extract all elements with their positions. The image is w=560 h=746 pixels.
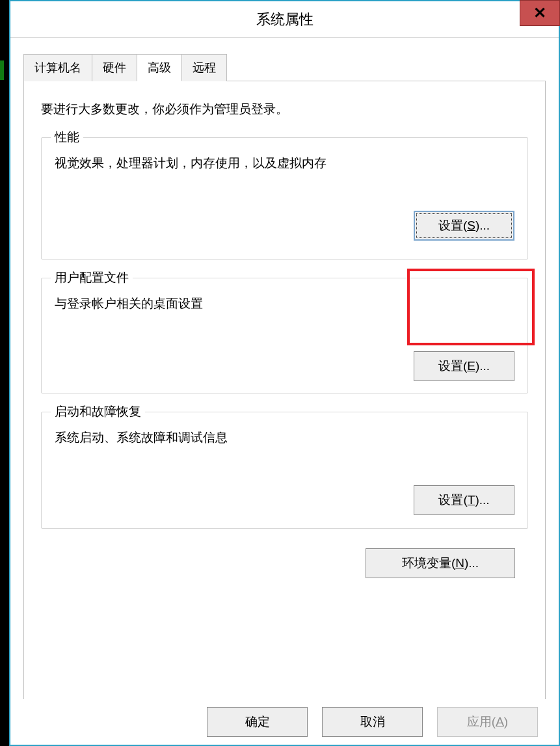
- ok-button[interactable]: 确定: [207, 707, 308, 737]
- titlebar: 系统属性 ✕: [10, 1, 559, 38]
- close-button[interactable]: ✕: [520, 0, 560, 26]
- group-performance-title: 性能: [51, 129, 83, 146]
- group-performance: 性能 视觉效果，处理器计划，内存使用，以及虚拟内存 设置(S)...: [41, 137, 528, 260]
- group-performance-desc: 视觉效果，处理器计划，内存使用，以及虚拟内存: [55, 155, 514, 172]
- startup-recovery-settings-button[interactable]: 设置(T)...: [414, 485, 514, 515]
- tab-advanced[interactable]: 高级: [137, 54, 182, 81]
- environment-variables-button[interactable]: 环境变量(N)...: [366, 548, 515, 578]
- system-properties-window: 系统属性 ✕ 计算机名 硬件 高级 远程 要进行大多数更改，你必须作为管理员登录…: [9, 0, 560, 746]
- left-edge-decoration: [0, 0, 9, 746]
- tab-computer-name[interactable]: 计算机名: [23, 54, 92, 81]
- group-startup-recovery-title: 启动和故障恢复: [51, 403, 145, 420]
- intro-text: 要进行大多数更改，你必须作为管理员登录。: [41, 101, 528, 118]
- group-user-profiles-desc: 与登录帐户相关的桌面设置: [55, 295, 514, 312]
- group-user-profiles-title: 用户配置文件: [51, 269, 133, 286]
- group-startup-recovery: 启动和故障恢复 系统启动、系统故障和调试信息 设置(T)...: [41, 412, 528, 529]
- group-startup-recovery-desc: 系统启动、系统故障和调试信息: [55, 429, 514, 446]
- env-row: 环境变量(N)...: [41, 548, 528, 578]
- window-title: 系统属性: [10, 10, 559, 29]
- cancel-button[interactable]: 取消: [322, 707, 423, 737]
- apply-button[interactable]: 应用(A): [437, 707, 538, 737]
- tab-bar: 计算机名 硬件 高级 远程: [23, 54, 546, 81]
- performance-settings-button[interactable]: 设置(S)...: [414, 211, 514, 241]
- content-area: 计算机名 硬件 高级 远程 要进行大多数更改，你必须作为管理员登录。 性能 视觉…: [10, 38, 559, 699]
- close-icon: ✕: [533, 4, 546, 22]
- dialog-footer: 确定 取消 应用(A): [10, 699, 559, 745]
- group-user-profiles: 用户配置文件 与登录帐户相关的桌面设置 设置(E)...: [41, 278, 528, 393]
- tab-remote[interactable]: 远程: [181, 54, 227, 81]
- user-profiles-settings-button[interactable]: 设置(E)...: [414, 351, 514, 381]
- tab-panel-advanced: 要进行大多数更改，你必须作为管理员登录。 性能 视觉效果，处理器计划，内存使用，…: [23, 81, 546, 705]
- tab-hardware[interactable]: 硬件: [92, 54, 137, 81]
